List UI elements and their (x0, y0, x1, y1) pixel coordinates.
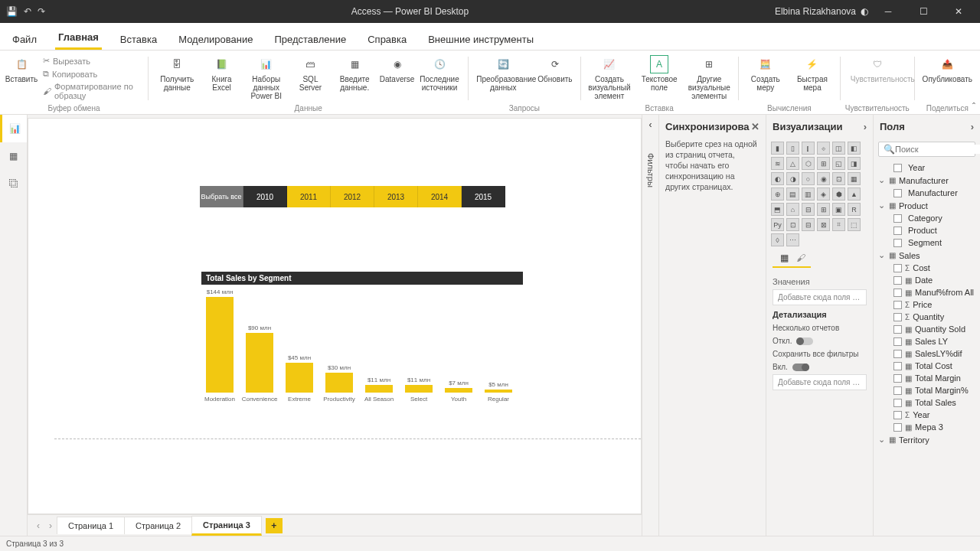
menu-file[interactable]: Файл (9, 29, 40, 50)
redo-icon[interactable]: ↷ (38, 6, 45, 17)
viz-type-10[interactable]: ◱ (832, 157, 845, 170)
fields-collapse-icon[interactable]: › (971, 121, 974, 132)
slicer-year-2010[interactable]: 2010 (243, 186, 287, 207)
format-painter-button[interactable]: 🖌 Форматирование по образцу (40, 81, 143, 101)
viz-type-37[interactable]: ⋯ (786, 233, 799, 246)
menu-insert[interactable]: Вставка (117, 29, 160, 50)
field-date[interactable]: ▦Date (877, 274, 977, 286)
field-segment[interactable]: Segment (877, 236, 977, 249)
report-canvas[interactable]: Выбрать все 2010 2011 2012 2013 2014 201… (28, 118, 642, 514)
viz-type-8[interactable]: ⬡ (802, 157, 815, 170)
viz-type-9[interactable]: ⊞ (817, 157, 830, 170)
viz-type-1[interactable]: ▯ (786, 142, 799, 155)
bar-youth[interactable]: $7 млнYouth (443, 380, 474, 403)
year-slicer[interactable]: Выбрать все 2010 2011 2012 2013 2014 201… (200, 186, 505, 207)
viz-collapse-icon[interactable]: › (864, 121, 867, 132)
bar-moderation[interactable]: $144 млнModeration (204, 289, 235, 403)
viz-type-34[interactable]: ⌗ (832, 218, 845, 231)
text-box-button[interactable]: AТекстовое поле (635, 54, 684, 102)
excel-button[interactable]: 📗Книга Excel (203, 54, 241, 102)
drill-dropzone[interactable]: Добавьте сюда поля дета... (773, 374, 867, 390)
collapse-ribbon-icon[interactable]: ˆ (972, 102, 975, 112)
viz-type-0[interactable]: ▮ (771, 142, 784, 155)
slicer-year-2015[interactable]: 2015 (462, 186, 505, 207)
viz-type-11[interactable]: ◨ (848, 157, 861, 170)
table-product[interactable]: ⌄▦Product (877, 199, 977, 212)
fields-search[interactable]: 🔍 (878, 142, 975, 157)
get-data-button[interactable]: 🗄Получить данные (153, 54, 201, 102)
bar-extreme[interactable]: $45 млнExtreme (284, 354, 315, 403)
viz-type-15[interactable]: ◉ (817, 172, 830, 185)
field-product[interactable]: Product (877, 224, 977, 236)
viz-type-21[interactable]: ◈ (817, 187, 830, 201)
sync-close-icon[interactable]: ✕ (751, 121, 760, 132)
viz-type-28[interactable]: ▣ (832, 203, 845, 216)
viz-type-14[interactable]: ○ (802, 172, 815, 185)
minimize-button[interactable]: ─ (873, 0, 903, 23)
refresh-button[interactable]: ⟳Обновить (534, 54, 575, 93)
menu-external[interactable]: Внешние инструменты (425, 29, 537, 50)
filters-collapsed-panel[interactable]: ‹ Фильтры (642, 115, 658, 536)
menu-home[interactable]: Главная (55, 27, 102, 50)
viz-type-33[interactable]: ⊠ (817, 218, 830, 231)
menu-modeling[interactable]: Моделирование (175, 29, 256, 50)
viz-type-7[interactable]: △ (786, 157, 799, 170)
field-quantity[interactable]: ΣQuantity (877, 311, 977, 323)
bar-regular[interactable]: $5 млнRegular (483, 381, 514, 403)
slicer-year-2011[interactable]: 2011 (287, 186, 331, 207)
user-avatar-icon[interactable]: ◐ (861, 6, 868, 17)
table-sales[interactable]: ⌄▦Sales (877, 249, 977, 262)
page-tab-2[interactable]: Страница 2 (124, 517, 192, 534)
enter-data-button[interactable]: ▦Введите данные. (331, 54, 379, 102)
field-year[interactable]: ΣYear (877, 409, 977, 421)
keep-filters-toggle[interactable] (792, 364, 809, 371)
pbi-datasets-button[interactable]: 📊Наборы данных Power BI (242, 54, 290, 102)
viz-type-6[interactable]: ≋ (771, 157, 784, 170)
slicer-year-2014[interactable]: 2014 (418, 186, 462, 207)
viz-type-27[interactable]: ⊞ (817, 203, 830, 216)
slicer-year-2012[interactable]: 2012 (331, 186, 374, 207)
field-мера-3[interactable]: ▦Мера 3 (877, 421, 977, 433)
fields-search-input[interactable] (895, 145, 980, 154)
field-category[interactable]: Category (877, 212, 977, 224)
publish-button[interactable]: 📤Опубликовать (920, 54, 975, 85)
viz-type-31[interactable]: ⊡ (786, 218, 799, 231)
bar-all season[interactable]: $11 млнAll Season (364, 377, 394, 403)
page-prev-icon[interactable]: ‹ (32, 520, 44, 531)
field-year[interactable]: Year (877, 161, 977, 174)
copy-button[interactable]: ⧉ Копировать (40, 68, 143, 80)
data-view-button[interactable]: ▦ (0, 142, 27, 170)
maximize-button[interactable]: ☐ (908, 0, 939, 23)
viz-type-24[interactable]: ⬒ (771, 203, 784, 216)
viz-type-12[interactable]: ◐ (771, 172, 784, 185)
filters-expand-icon[interactable]: ‹ (649, 119, 652, 130)
viz-type-2[interactable]: ⫿ (802, 142, 815, 155)
viz-type-30[interactable]: Py (771, 218, 784, 231)
viz-type-5[interactable]: ◧ (848, 142, 861, 155)
table-territory[interactable]: ⌄▦Territory (877, 433, 977, 446)
field-price[interactable]: ΣPrice (877, 298, 977, 311)
viz-type-35[interactable]: ⬚ (848, 218, 861, 231)
field-sales-ly[interactable]: ▦Sales LY (877, 335, 977, 347)
sql-server-button[interactable]: 🗃SQL Server (292, 54, 329, 102)
viz-type-19[interactable]: ▤ (786, 187, 799, 201)
slicer-select-all[interactable]: Выбрать все (200, 186, 243, 207)
values-dropzone[interactable]: Добавьте сюда поля с дан... (773, 289, 867, 305)
recent-sources-button[interactable]: 🕓Последние источники (416, 54, 464, 102)
viz-type-20[interactable]: ▥ (802, 187, 815, 201)
field-total-margin%[interactable]: ▦Total Margin% (877, 384, 977, 396)
page-tab-1[interactable]: Страница 1 (57, 517, 125, 534)
bar-select[interactable]: $11 млнSelect (403, 377, 434, 403)
viz-type-17[interactable]: ▦ (848, 172, 861, 185)
viz-type-23[interactable]: ▲ (848, 187, 861, 201)
save-icon[interactable]: 💾 (6, 6, 18, 17)
menu-help[interactable]: Справка (364, 29, 410, 50)
viz-type-25[interactable]: ⌂ (786, 203, 799, 216)
viz-type-29[interactable]: R (848, 203, 861, 216)
transform-data-button[interactable]: 🔄Преобразование данных (473, 54, 533, 93)
viz-type-22[interactable]: ⬢ (832, 187, 845, 201)
paste-button[interactable]: 📋Вставить (5, 54, 38, 101)
viz-type-16[interactable]: ⊡ (832, 172, 845, 185)
bar-chart-visual[interactable]: Total Sales by Segment $144 млнModeratio… (201, 272, 523, 403)
viz-type-3[interactable]: ⟐ (817, 142, 830, 155)
